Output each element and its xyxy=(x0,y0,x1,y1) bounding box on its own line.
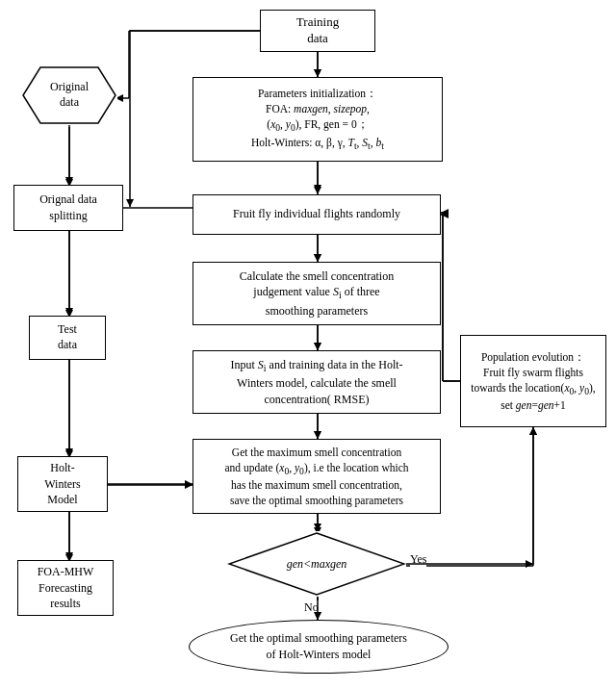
svg-marker-49 xyxy=(65,552,73,560)
svg-marker-7 xyxy=(314,343,321,350)
diagram: Training data Parameters initialization：… xyxy=(0,0,616,689)
yes-label: Yes xyxy=(410,552,426,567)
svg-marker-57 xyxy=(314,343,321,350)
original-data-label: Originaldata xyxy=(50,80,89,110)
input-si-box: Input Si and training data in the Holt- … xyxy=(192,350,441,414)
orig-data-splitting-box: Orignal data splitting xyxy=(13,185,123,231)
original-data-box: Originaldata xyxy=(21,65,117,125)
svg-marker-43 xyxy=(65,177,73,185)
svg-marker-73 xyxy=(185,480,192,488)
params-init-box: Parameters initialization： FOA: maxgen, … xyxy=(192,77,443,162)
holt-winters-box: Holt- Winters Model xyxy=(17,456,108,512)
holt-winters-label: Holt- Winters Model xyxy=(44,460,81,508)
get-max-label: Get the maximum smell concentration and … xyxy=(225,445,409,509)
diamond-label: gen<maxgen xyxy=(287,557,347,572)
svg-marker-45 xyxy=(65,308,73,316)
foa-mhw-box: FOA-MHW Forecasting results xyxy=(17,560,114,616)
svg-line-34 xyxy=(106,485,188,646)
population-evo-box: Population evolution： Fruit fly swarm fl… xyxy=(460,335,606,427)
foa-mhw-label: FOA-MHW Forecasting results xyxy=(38,564,94,612)
calculate-smell-label: Calculate the smell concentration judgem… xyxy=(240,268,394,319)
svg-marker-53 xyxy=(314,187,321,194)
optimal-params-label: Get the optimal smoothing parameters of … xyxy=(230,630,407,663)
svg-marker-3 xyxy=(314,185,321,192)
svg-marker-71 xyxy=(441,211,449,218)
test-data-label: Test data xyxy=(58,322,77,352)
svg-marker-55 xyxy=(314,254,321,262)
svg-marker-41 xyxy=(126,199,134,207)
svg-marker-61 xyxy=(314,523,321,531)
params-init-label: Parameters initialization： FOA: maxgen, … xyxy=(251,86,384,153)
fruit-fly-random-box: Fruit fly individual flights randomly xyxy=(192,194,441,235)
svg-marker-65 xyxy=(526,560,533,568)
training-data-label: Training data xyxy=(296,14,339,47)
input-si-label: Input Si and training data in the Holt- … xyxy=(230,357,402,408)
training-data-box: Training data xyxy=(260,10,375,52)
get-max-box: Get the maximum smell concentration and … xyxy=(192,439,441,514)
no-label: No xyxy=(304,600,319,615)
optimal-params-box: Get the optimal smoothing parameters of … xyxy=(189,620,449,674)
population-evo-label: Population evolution： Fruit fly swarm fl… xyxy=(471,349,595,414)
svg-marker-1 xyxy=(314,69,321,77)
orig-data-splitting-label: Orignal data splitting xyxy=(39,191,97,224)
svg-marker-16 xyxy=(529,427,537,435)
svg-marker-59 xyxy=(314,431,321,439)
svg-marker-36 xyxy=(185,481,192,489)
svg-marker-51 xyxy=(314,69,321,77)
svg-marker-47 xyxy=(65,448,73,456)
svg-marker-5 xyxy=(314,254,321,262)
test-data-box: Test data xyxy=(29,316,106,360)
svg-marker-20 xyxy=(441,209,449,217)
fruit-fly-random-label: Fruit fly individual flights randomly xyxy=(233,207,400,222)
diamond-box: gen<maxgen xyxy=(227,531,406,597)
svg-marker-9 xyxy=(314,431,321,439)
calculate-smell-box: Calculate the smell concentration judgem… xyxy=(192,262,441,325)
svg-marker-67 xyxy=(529,427,537,435)
